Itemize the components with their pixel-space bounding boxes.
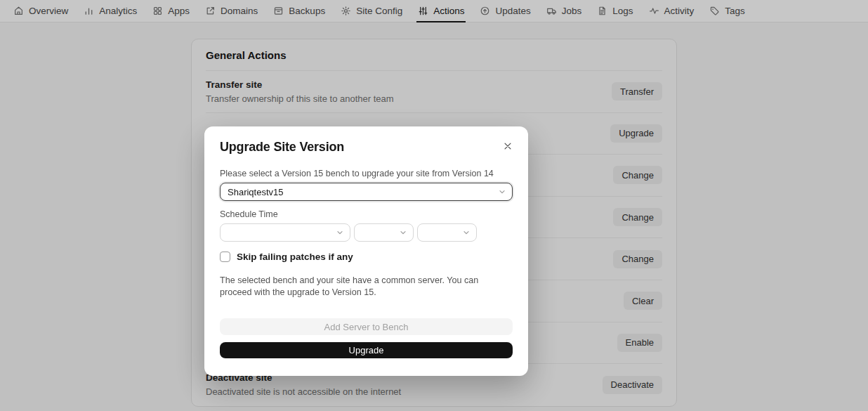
upgrade-button[interactable]: Upgrade (220, 342, 513, 358)
skip-patches-checkbox[interactable] (220, 252, 230, 262)
chevron-down-icon (399, 228, 407, 237)
skip-patches-label: Skip failing patches if any (237, 252, 353, 262)
bench-select[interactable]: Shariqtestv15 (220, 183, 513, 201)
close-icon[interactable] (501, 139, 515, 153)
add-server-to-bench-button[interactable]: Add Server to Bench (220, 318, 513, 335)
schedule-time-label: Schedule Time (220, 210, 513, 219)
bench-help-text: Please select a Version 15 bench to upgr… (220, 169, 513, 178)
chevron-down-icon (336, 228, 344, 237)
dialog-title: Upgrade Site Version (220, 139, 344, 155)
chevron-down-icon (498, 188, 506, 196)
chevron-down-icon (462, 228, 471, 237)
bench-select-value: Shariqtestv15 (228, 187, 284, 197)
schedule-select-1[interactable] (220, 223, 350, 242)
common-server-info-text: The selected bench and your site have a … (220, 275, 513, 299)
upgrade-site-version-dialog: Upgrade Site Version Please select a Ver… (204, 126, 528, 376)
schedule-select-2[interactable] (354, 223, 414, 242)
schedule-select-3[interactable] (417, 223, 477, 242)
